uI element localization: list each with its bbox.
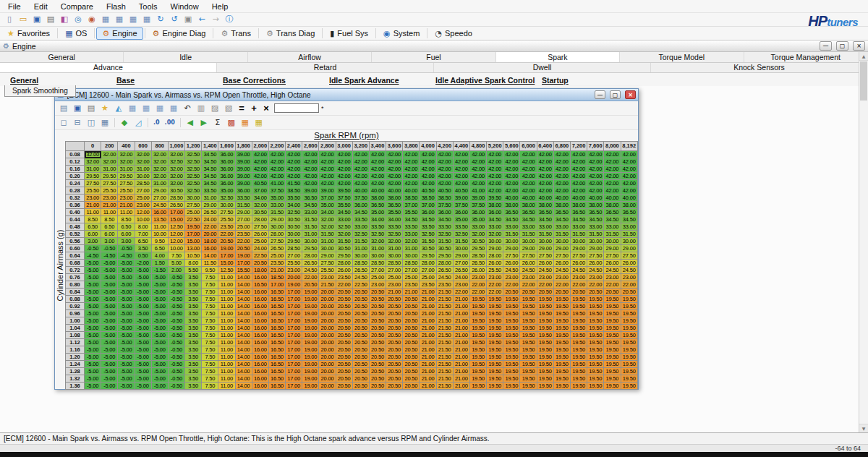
table-cell[interactable]: -5.00: [135, 354, 151, 361]
table-cell[interactable]: 20.50: [369, 375, 386, 383]
row-header[interactable]: 0.96: [66, 310, 85, 317]
tab-torque-management[interactable]: Torque Management: [744, 52, 868, 62]
table-cell[interactable]: 20.00: [319, 361, 336, 368]
table-cell[interactable]: 38.50: [436, 195, 453, 202]
table-cell[interactable]: 30.00: [553, 238, 570, 245]
tab-idle[interactable]: Idle: [124, 52, 247, 62]
tab-spark[interactable]: Spark: [496, 52, 620, 62]
menu-compare[interactable]: Compare: [54, 0, 100, 13]
table-cell[interactable]: 19.50: [520, 375, 537, 383]
table-cell[interactable]: 16.00: [252, 325, 268, 332]
table-cell[interactable]: 11.00: [218, 281, 235, 289]
table-cell[interactable]: 20.50: [570, 289, 587, 296]
table-cell[interactable]: 42.00: [302, 180, 319, 187]
table-cell[interactable]: 19.50: [487, 332, 503, 339]
table-cell[interactable]: 14.00: [235, 354, 252, 361]
table-cell[interactable]: 31.50: [420, 238, 436, 245]
table-cell[interactable]: 19.50: [604, 325, 621, 332]
row-header[interactable]: 1.08: [66, 332, 85, 339]
table-cell[interactable]: 19.50: [537, 303, 553, 310]
table-cell[interactable]: 19.50: [537, 310, 553, 317]
table-cell[interactable]: 22.50: [252, 252, 268, 260]
table-cell[interactable]: 25.50: [101, 187, 118, 195]
table-cell[interactable]: -1.50: [151, 267, 168, 274]
table-cell[interactable]: 42.00: [386, 158, 403, 166]
table-cell[interactable]: 14.00: [235, 274, 252, 281]
table-cell[interactable]: 25.00: [185, 209, 202, 216]
table-cell[interactable]: 19.50: [537, 354, 553, 361]
table-cell[interactable]: 19.50: [487, 346, 503, 354]
table-cell[interactable]: 42.00: [386, 166, 403, 173]
table-cell[interactable]: -5.00: [151, 281, 168, 289]
table-cell[interactable]: 20.00: [319, 383, 336, 390]
minimize-button[interactable]: —: [820, 41, 832, 51]
table-cell[interactable]: -5.00: [118, 267, 135, 274]
table-cell[interactable]: 42.00: [553, 180, 570, 187]
table-cell[interactable]: 10.00: [168, 245, 184, 252]
table-cell[interactable]: 42.00: [469, 173, 486, 180]
table-cell[interactable]: 3.50: [185, 383, 202, 390]
tab-advance[interactable]: Advance: [0, 63, 217, 72]
tab-dwell[interactable]: Dwell: [434, 63, 651, 72]
table-cell[interactable]: 22.00: [487, 289, 503, 296]
table-cell[interactable]: 27.00: [286, 252, 302, 260]
row-header[interactable]: 0.60: [66, 245, 85, 252]
table-cell[interactable]: 11.00: [218, 296, 235, 303]
table-cell[interactable]: 42.00: [453, 180, 469, 187]
table-cell[interactable]: 29.00: [268, 216, 285, 223]
table-cell[interactable]: 7.50: [202, 303, 218, 310]
table-cell[interactable]: -5.00: [118, 361, 135, 368]
table-cell[interactable]: 19.50: [520, 317, 537, 325]
table-cell[interactable]: 20.50: [403, 317, 420, 325]
table-cell[interactable]: 33.50: [352, 216, 369, 223]
table-cell[interactable]: 16.50: [268, 289, 285, 296]
col-header[interactable]: 3,400: [369, 142, 386, 151]
table-cell[interactable]: 42.00: [403, 158, 420, 166]
table-cell[interactable]: 32.00: [487, 231, 503, 238]
table-cell[interactable]: 33.50: [369, 223, 386, 231]
table-cell[interactable]: 42.00: [520, 187, 537, 195]
table-cell[interactable]: 23.00: [503, 274, 520, 281]
table-cell[interactable]: 33.50: [403, 223, 420, 231]
table-cell[interactable]: 42.00: [604, 166, 621, 173]
table-cell[interactable]: -5.00: [118, 274, 135, 281]
table-cell[interactable]: 18.00: [252, 267, 268, 274]
nav-back-icon[interactable]: ←: [195, 14, 208, 25]
table-cell[interactable]: 42.00: [621, 173, 638, 180]
col-header[interactable]: 5,200: [487, 142, 503, 151]
table-cell[interactable]: 42.00: [587, 158, 604, 166]
paste-icon[interactable]: ▨: [208, 103, 221, 114]
table-cell[interactable]: 19.50: [503, 317, 520, 325]
table-cell[interactable]: 19.50: [604, 332, 621, 339]
table-cell[interactable]: 23.00: [537, 274, 553, 281]
table-cell[interactable]: 26.00: [469, 267, 486, 274]
table-cell[interactable]: 21.50: [319, 281, 336, 289]
table-cell[interactable]: -5.00: [135, 339, 151, 346]
table-cell[interactable]: 29.00: [151, 187, 168, 195]
table-cell[interactable]: -5.00: [101, 310, 118, 317]
table-cell[interactable]: 36.00: [453, 209, 469, 216]
table-cell[interactable]: 17.00: [286, 317, 302, 325]
table-cell[interactable]: 34.50: [587, 216, 604, 223]
table-cell[interactable]: 42.00: [403, 166, 420, 173]
table-cell[interactable]: 42.00: [319, 166, 336, 173]
table-cell[interactable]: 36.00: [487, 209, 503, 216]
vehicle-read-icon[interactable]: ◎: [72, 14, 85, 25]
table-cell[interactable]: 29.50: [469, 245, 486, 252]
table-cell[interactable]: 36.00: [420, 209, 436, 216]
table-cell[interactable]: 3.50: [135, 245, 151, 252]
table-cell[interactable]: 42.00: [268, 173, 285, 180]
table-cell[interactable]: 27.50: [101, 180, 118, 187]
table-cell[interactable]: 13.50: [151, 216, 168, 223]
table-cell[interactable]: 40.00: [553, 195, 570, 202]
table-cell[interactable]: 29.00: [503, 245, 520, 252]
table-cell[interactable]: 10.50: [185, 252, 202, 260]
print-icon[interactable]: ▤: [44, 14, 57, 25]
table-cell[interactable]: 32.00: [118, 151, 135, 158]
table-cell[interactable]: 40.00: [520, 195, 537, 202]
table-cell[interactable]: 26.50: [302, 260, 319, 267]
table-cell[interactable]: 19.00: [302, 346, 319, 354]
table-cell[interactable]: 22.00: [218, 231, 235, 238]
clear-table-icon[interactable]: ▩: [225, 117, 238, 129]
table-cell[interactable]: -5.00: [118, 368, 135, 375]
